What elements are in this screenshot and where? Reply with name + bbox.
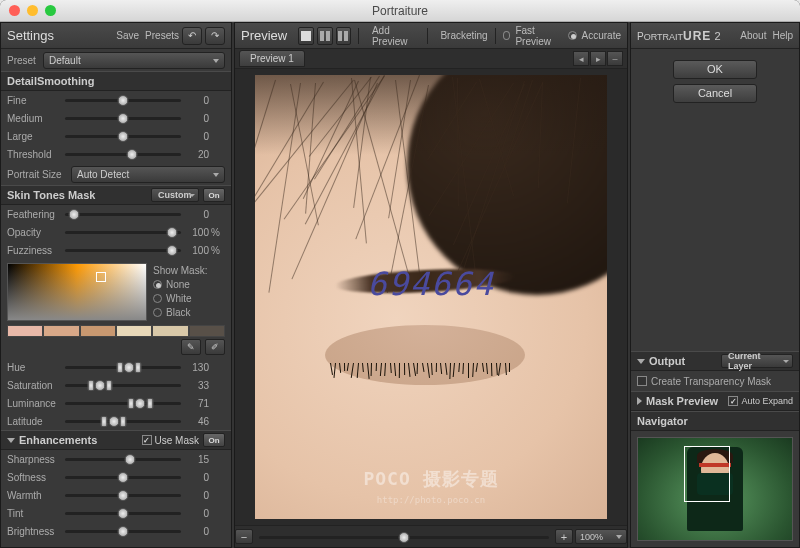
svg-rect-4 [344, 31, 348, 41]
preset-dropdown[interactable]: Default [43, 52, 225, 69]
fine-slider[interactable] [65, 93, 181, 107]
zoom-out-button[interactable]: − [235, 529, 253, 544]
view-split-v-button[interactable] [336, 27, 352, 45]
threshold-slider[interactable] [65, 147, 181, 161]
transparency-label: Create Transparency Mask [651, 376, 771, 387]
slider-value: 46 [185, 416, 209, 427]
feathering-slider[interactable] [65, 207, 181, 221]
eyedropper-add-button[interactable]: ✐ [205, 339, 225, 355]
latitude-slider[interactable] [65, 414, 181, 428]
hue-slider[interactable] [65, 360, 181, 374]
navigator-thumbnail[interactable] [637, 437, 793, 541]
auto-expand-label: Auto Expand [741, 396, 793, 406]
output-header[interactable]: Output Current Layer [631, 351, 799, 371]
brand-name: PORTRAITURE 2 [637, 29, 721, 43]
add-preview-button[interactable]: Add Preview [372, 25, 420, 47]
slider-value: 71 [185, 398, 209, 409]
use-mask-checkbox[interactable] [142, 435, 152, 445]
zoom-slider[interactable] [259, 530, 549, 544]
large-slider[interactable] [65, 129, 181, 143]
warmth-slider[interactable] [65, 488, 181, 502]
svg-rect-3 [338, 31, 342, 41]
slider-value: 0 [185, 526, 209, 537]
slider-label: Medium [7, 113, 61, 124]
cancel-button[interactable]: Cancel [673, 84, 757, 103]
enhancements-header[interactable]: Enhancements Use Mask On [1, 430, 231, 450]
undo-button[interactable]: ↶ [182, 27, 202, 45]
slider-value: 0 [185, 113, 209, 124]
enh-on-toggle[interactable]: On [203, 433, 225, 447]
preview-canvas[interactable]: 694664 POCO 摄影专题 http://photo.poco.cn [235, 69, 627, 525]
show-mask-label: Show Mask: [153, 263, 225, 277]
detail-smoothing-header[interactable]: DetailSmoothing [1, 71, 231, 91]
skin-custom-dropdown[interactable]: Custom [151, 188, 199, 202]
transparency-checkbox[interactable] [637, 376, 647, 386]
mask-none-radio[interactable] [153, 280, 162, 289]
watermark-url: http://photo.poco.cn [255, 495, 607, 505]
portrait-size-label: Portrait Size [7, 169, 71, 180]
accurate-label[interactable]: Accurate [582, 30, 621, 41]
preview-title: Preview [241, 28, 287, 43]
zoom-dropdown[interactable]: 100% [575, 529, 627, 544]
tab-next-button[interactable]: ▸ [590, 51, 606, 66]
mask-white-radio[interactable] [153, 294, 162, 303]
opacity-slider[interactable] [65, 225, 181, 239]
fast-preview-label[interactable]: Fast Preview [515, 25, 564, 47]
preview-tab[interactable]: Preview 1 [239, 50, 305, 67]
luminance-slider[interactable] [65, 396, 181, 410]
portrait-size-dropdown[interactable]: Auto Detect [71, 166, 225, 183]
help-link[interactable]: Help [772, 30, 793, 41]
slider-label: Latitude [7, 416, 61, 427]
slider-label: Softness [7, 472, 61, 483]
about-link[interactable]: About [740, 30, 766, 41]
color-picker[interactable] [7, 263, 147, 321]
save-link[interactable]: Save [116, 30, 139, 41]
watermark-id: 694664 [255, 265, 607, 303]
softness-slider[interactable] [65, 470, 181, 484]
sharpness-slider[interactable] [65, 452, 181, 466]
preset-label: Preset [7, 55, 43, 66]
navigator-viewport-icon[interactable] [684, 446, 730, 502]
eyedropper-button[interactable]: ✎ [181, 339, 201, 355]
mask-preview-header[interactable]: Mask Preview Auto Expand [631, 391, 799, 411]
color-marker-icon[interactable] [96, 272, 106, 282]
slider-label: Fine [7, 95, 61, 106]
window-title: Portraiture [0, 4, 800, 18]
tab-prev-button[interactable]: ◂ [573, 51, 589, 66]
mask-black-radio[interactable] [153, 308, 162, 317]
saturation-slider[interactable] [65, 378, 181, 392]
accurate-radio[interactable] [568, 31, 577, 40]
brightness-slider[interactable] [65, 524, 181, 538]
mask-option-label: White [166, 293, 192, 304]
skin-tones-header[interactable]: Skin Tones Mask Custom On [1, 185, 231, 205]
output-layer-dropdown[interactable]: Current Layer [721, 354, 793, 368]
swatch-strip[interactable] [7, 325, 225, 337]
ok-button[interactable]: OK [673, 60, 757, 79]
tab-close-button[interactable]: – [607, 51, 623, 66]
disclosure-icon [637, 397, 642, 405]
tint-slider[interactable] [65, 506, 181, 520]
slider-label: Opacity [7, 227, 61, 238]
view-split-h-button[interactable] [317, 27, 333, 45]
redo-button[interactable]: ↷ [205, 27, 225, 45]
titlebar: Portraiture [0, 0, 800, 22]
svg-rect-0 [301, 31, 311, 41]
presets-link[interactable]: Presets [145, 30, 179, 41]
slider-value: 33 [185, 380, 209, 391]
slider-label: Sharpness [7, 454, 61, 465]
slider-label: Large [7, 131, 61, 142]
settings-panel: Settings Save Presets ↶ ↷ Preset Default… [0, 22, 232, 548]
fuzziness-slider[interactable] [65, 243, 181, 257]
watermark-brand: POCO 摄影专题 [255, 467, 607, 491]
medium-slider[interactable] [65, 111, 181, 125]
skin-on-toggle[interactable]: On [203, 188, 225, 202]
navigator-header[interactable]: Navigator [631, 411, 799, 431]
view-single-button[interactable] [298, 27, 314, 45]
slider-value: 0 [185, 131, 209, 142]
auto-expand-checkbox[interactable] [728, 396, 738, 406]
slider-value: 130 [185, 362, 209, 373]
fast-preview-radio[interactable] [503, 31, 511, 40]
bracketing-button[interactable]: Bracketing [440, 30, 487, 41]
zoom-in-button[interactable]: + [555, 529, 573, 544]
slider-label: Feathering [7, 209, 61, 220]
